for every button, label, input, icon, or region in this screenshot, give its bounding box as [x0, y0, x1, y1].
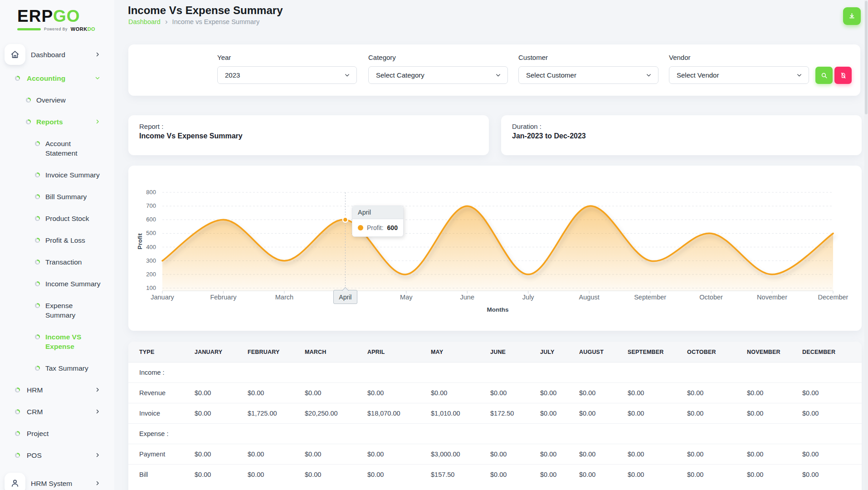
breadcrumb-current: Income vs Expense Summary [172, 18, 260, 25]
bullet-icon [35, 238, 40, 243]
amount-cell: $0.00 [568, 465, 617, 485]
amount-cell: $0.00 [568, 383, 617, 403]
category-label: Category [368, 54, 396, 61]
profit-area-chart[interactable]: 100200300400500600700800JanuaryFebruaryM… [128, 166, 862, 331]
svg-text:600: 600 [146, 216, 156, 223]
sidebar-item-dashboard[interactable]: Dashboard [0, 44, 114, 65]
sidebar-item-expense-summary[interactable]: Expense Summary [0, 301, 114, 320]
amount-cell: $0.00 [294, 383, 356, 403]
amount-cell: $0.00 [420, 383, 479, 403]
svg-text:October: October [699, 294, 723, 301]
sidebar: ERPGO Powered By WORKDO DashboardAccount… [0, 0, 114, 490]
sidebar-item-transaction[interactable]: Transaction [0, 257, 114, 267]
customer-label: Customer [518, 54, 548, 61]
customer-select[interactable]: Select Customer [518, 66, 658, 84]
vendor-label: Vendor [669, 54, 691, 61]
column-header: MAY [420, 342, 479, 363]
income-expense-table-card: TYPEJANUARYFEBRUARYMARCHAPRILMAYJUNEJULY… [128, 342, 862, 490]
logo-erp: ERP [17, 7, 53, 25]
table-row: Bill$0.00$0.00$0.00$0.00$157.50$0.00$0.0… [128, 465, 862, 485]
bullet-icon [35, 303, 40, 308]
year-select[interactable]: 2023 [217, 66, 357, 84]
sidebar-item-pos[interactable]: POS [0, 451, 114, 460]
category-select[interactable]: Select Category [368, 66, 508, 84]
sidebar-item-reports[interactable]: Reports [0, 117, 114, 127]
amount-cell: $0.00 [617, 465, 676, 485]
amount-cell: $0.00 [356, 465, 420, 485]
amount-cell: $0.00 [568, 444, 617, 465]
sidebar-item-project[interactable]: Project [0, 429, 114, 438]
workdo-text: WORKDO [71, 26, 95, 32]
sidebar-nav: DashboardAccountingOverviewReportsAccoun… [0, 44, 114, 490]
svg-text:300: 300 [146, 257, 156, 264]
svg-text:November: November [757, 294, 787, 301]
amount-cell: $0.00 [479, 465, 529, 485]
vendor-select[interactable]: Select Vendor [669, 66, 809, 84]
bullet-icon [35, 216, 40, 221]
sidebar-item-overview[interactable]: Overview [0, 95, 114, 105]
sidebar-item-profit-loss[interactable]: Profit & Loss [0, 235, 114, 245]
column-header: DECEMBER [791, 342, 862, 363]
amount-cell: $0.00 [479, 444, 529, 465]
svg-text:September: September [634, 294, 666, 301]
column-header: FEBRUARY [237, 342, 294, 363]
breadcrumb: Dashboard › Income vs Expense Summary [128, 18, 259, 25]
sidebar-item-accounting[interactable]: Accounting [0, 74, 114, 83]
sidebar-item-income-vs-expense[interactable]: Income VS Expense [0, 332, 114, 351]
sidebar-item-tax-summary[interactable]: Tax Summary [0, 363, 114, 373]
bullet-icon [15, 409, 20, 414]
sidebar-item-invoice-summary[interactable]: Invoice Summary [0, 170, 114, 180]
sidebar-item-hrm-system[interactable]: HRM System [0, 472, 114, 490]
chevron-right-icon [94, 480, 101, 486]
svg-text:Months: Months [487, 306, 509, 313]
series-marker-icon [358, 225, 363, 230]
svg-text:Profit: Profit [137, 233, 143, 250]
sidebar-item-product-stock[interactable]: Product Stock [0, 214, 114, 223]
column-header: APRIL [356, 342, 420, 363]
tooltip-value: 600 [387, 224, 398, 231]
sidebar-item-income-summary[interactable]: Income Summary [0, 279, 114, 289]
bullet-icon [35, 334, 40, 339]
amount-cell: $1,725.00 [237, 403, 294, 424]
column-header: JUNE [479, 342, 529, 363]
selected-data-point [343, 217, 348, 222]
table-section-row: Income : [128, 363, 862, 383]
logo-text: ERPGO [17, 6, 114, 26]
report-card: Report : Income Vs Expense Summary [128, 115, 489, 155]
download-icon [848, 12, 856, 20]
svg-text:January: January [151, 294, 174, 301]
amount-cell: $18,070.00 [356, 403, 420, 424]
brand-logo: ERPGO Powered By WORKDO [0, 0, 114, 32]
clear-filter-icon [839, 72, 847, 79]
tooltip-series-label: Profit: [367, 224, 384, 231]
profit-chart-card: 100200300400500600700800JanuaryFebruaryM… [128, 166, 862, 331]
sidebar-item-bill-summary[interactable]: Bill Summary [0, 192, 114, 201]
svg-text:February: February [210, 294, 237, 301]
bullet-icon [15, 431, 20, 436]
table-body: Income :Revenue$0.00$0.00$0.00$0.00$0.00… [128, 363, 862, 485]
scrollbar-thumb[interactable] [865, 1, 868, 114]
sidebar-item-crm[interactable]: CRM [0, 407, 114, 416]
svg-text:July: July [522, 294, 535, 301]
page-scrollbar[interactable] [864, 0, 868, 490]
sidebar-item-hrm[interactable]: HRM [0, 385, 114, 395]
duration-value: Jan-2023 to Dec-2023 [512, 132, 586, 140]
breadcrumb-dashboard-link[interactable]: Dashboard [128, 18, 161, 25]
amount-cell: $157.50 [420, 465, 479, 485]
sidebar-item-account-statement[interactable]: Account Statement [0, 139, 114, 158]
amount-cell: $0.00 [791, 383, 862, 403]
chevron-down-icon [796, 72, 802, 78]
powered-by-text: Powered By [44, 27, 68, 31]
reset-filter-button[interactable] [834, 67, 852, 84]
amount-cell: $0.00 [617, 403, 676, 424]
column-header: SEPTEMBER [617, 342, 676, 363]
amount-cell: $0.00 [736, 383, 791, 403]
amount-cell: $0.00 [529, 383, 568, 403]
amount-cell: $0.00 [237, 465, 294, 485]
logo-underline [17, 28, 41, 30]
amount-cell: $0.00 [676, 465, 736, 485]
download-button[interactable] [843, 7, 861, 25]
chevron-right-icon [94, 387, 101, 393]
page-title: Income Vs Expense Summary [128, 4, 283, 17]
search-button[interactable] [815, 67, 833, 84]
